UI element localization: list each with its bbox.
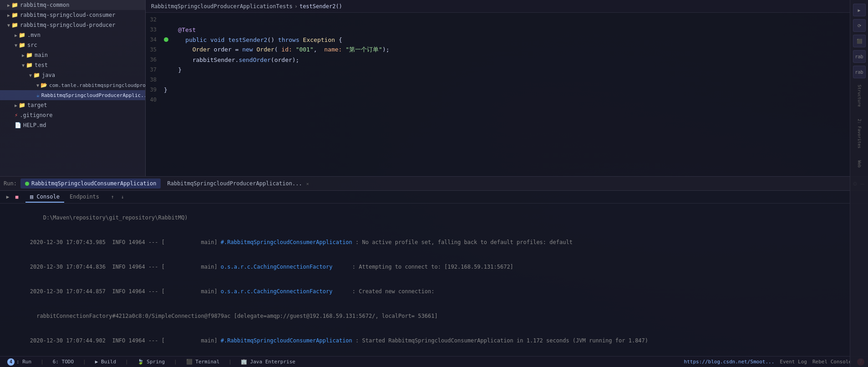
breadcrumb-separator: ›	[294, 3, 298, 10]
scroll-up-btn[interactable]: ↑	[108, 193, 117, 201]
tab-green-dot	[25, 182, 29, 186]
sidebar-item-label: rabbitmq-springcloud-producer	[20, 22, 116, 28]
right-btn-1[interactable]: ▶	[853, 4, 866, 16]
sidebar-item-helpmd[interactable]: 📄 HELP.md	[0, 120, 145, 130]
run-status-number: 4	[7, 358, 15, 366]
sidebar-item-main[interactable]: ▶ 📁 main	[0, 50, 145, 60]
endpoints-tab-label: Endpoints	[70, 194, 99, 200]
sidebar-item-label: HELP.md	[23, 122, 46, 128]
sidebar-item-label: src	[27, 42, 37, 48]
file-tree: ▶ 📁 rabbitmq-common ▶ 📁 rabbitmq-springc…	[0, 0, 146, 176]
console-line-5: rabbitConnectionFactory#4212a0c8:0/Simpl…	[4, 304, 864, 328]
sidebar-item-package[interactable]: ▼ 📂 com.tanle.rabbitmqspringcloudproduce…	[0, 80, 145, 90]
code-line-35: 35 Order order = new Order( id: "001", n…	[146, 45, 868, 55]
sidebar-item-label: .gitignore	[20, 112, 52, 118]
expand-arrow: ▶	[15, 103, 17, 108]
breadcrumb-part2: testSender2()	[299, 3, 342, 10]
code-editor: RabbitmqSpringcloudProducerApplicationTe…	[146, 0, 868, 176]
sidebar-item-label: java	[42, 72, 55, 78]
console-tab-label: Console	[36, 194, 60, 200]
console-panel: ▶ ■ ▤ Console Endpoints ↑ ↓ D:\Maven\rep…	[0, 191, 868, 367]
expand-arrow: ▶	[7, 3, 10, 8]
scroll-down-btn[interactable]: ↓	[118, 193, 127, 201]
code-line-38: 38	[146, 75, 868, 85]
sidebar-item-label: .mvn	[27, 32, 41, 38]
md-icon: 📄	[15, 122, 21, 128]
folder-icon: 📁	[26, 52, 33, 58]
git-icon: ⚡	[15, 112, 18, 118]
expand-arrow: ▼	[7, 23, 10, 28]
expand-arrow: ▼	[36, 83, 39, 88]
terminal-label: ⬛ Terminal	[186, 359, 220, 365]
java-file-icon: ☕	[36, 92, 40, 98]
console-tab-endpoints[interactable]: Endpoints	[65, 192, 104, 203]
sidebar-item-src[interactable]: ▼ 📁 src	[0, 40, 145, 50]
sidebar-item-label: com.tanle.rabbitmqspringcloudproducer	[49, 82, 146, 88]
enterprise-btn[interactable]: 🏢 Java Enterprise	[237, 358, 299, 366]
sidebar-item-target[interactable]: ▶ 📁 target	[0, 100, 145, 110]
run-tab-consumer[interactable]: RabbitmqSpringcloudConsumerApplication	[20, 178, 161, 189]
expand-arrow: ▼	[15, 43, 17, 48]
status-right: https://blog.csdn.net/Smoot... Event Log…	[684, 358, 864, 366]
terminal-btn[interactable]: ⬛ Terminal	[183, 358, 223, 366]
folder-icon: 📁	[19, 102, 25, 108]
folder-icon: 📁	[11, 2, 18, 8]
console-stop-btn[interactable]: ■	[13, 193, 21, 201]
sidebar-item-rabbitmq-common[interactable]: ▶ 📁 rabbitmq-common	[0, 0, 145, 10]
console-icon: ▤	[30, 194, 36, 200]
folder-icon: 📁	[11, 22, 18, 28]
sidebar-item-label: rabbitmq-common	[20, 2, 69, 8]
right-btn-3[interactable]: ⬛	[853, 35, 866, 47]
console-line-6: 2020-12-30 17:07:44.902 INFO 14964 --- […	[4, 328, 864, 353]
sidebar-item-mvn[interactable]: ▶ 📁 .mvn	[0, 30, 145, 40]
right-btn-2[interactable]: ⟳	[853, 19, 866, 32]
sidebar-item-label: test	[35, 62, 48, 68]
run-status-label: : Run	[16, 359, 31, 365]
right-section-label: Structure	[857, 85, 862, 107]
rebel-console-label[interactable]: Rebel Console	[812, 359, 852, 365]
spring-label: 🍃 Spring	[137, 359, 165, 365]
sidebar-item-producer[interactable]: ▼ 📁 rabbitmq-springcloud-producer	[0, 20, 145, 30]
tab-close-icon[interactable]: ✕	[306, 181, 309, 186]
code-line-33: 33 @Test	[146, 25, 868, 35]
sidebar-item-gitignore[interactable]: ⚡ .gitignore	[0, 110, 145, 120]
run-tab-producer[interactable]: RabbitmqSpringcloudProducerApplication..…	[162, 178, 313, 189]
code-line-36: 36 rabbitSender.sendOrder(order);	[146, 55, 868, 65]
sidebar-item-main-class[interactable]: ☕ RabbitmqSpringcloudProducerApplic...	[0, 90, 145, 100]
todo-btn[interactable]: 6: TODO	[49, 358, 77, 366]
console-line-2: 2020-12-30 17:07:43.985 INFO 14964 --- […	[4, 230, 864, 255]
right-btn-5[interactable]: rab	[853, 66, 866, 78]
expand-arrow: ▶	[7, 13, 10, 18]
console-line-3: 2020-12-30 17:07:44.836 INFO 14964 --- […	[4, 255, 864, 279]
console-output[interactable]: D:\Maven\repository\git_repository\Rabbi…	[0, 204, 868, 367]
console-action-btn-1[interactable]: ▶	[4, 193, 12, 201]
code-line-32: 32	[146, 15, 868, 25]
expand-arrow: ▼	[22, 63, 25, 68]
right-btn-4[interactable]: rab	[853, 50, 866, 63]
run-toolbar: Run: RabbitmqSpringcloudConsumerApplicat…	[0, 176, 868, 191]
sidebar-item-test[interactable]: ▼ 📁 test	[0, 60, 145, 70]
todo-label: 6: TODO	[53, 359, 74, 365]
build-label: ▶ Build	[95, 359, 116, 365]
console-tab-console[interactable]: ▤ Console	[25, 192, 64, 203]
spring-btn[interactable]: 🍃 Spring	[134, 358, 168, 366]
run-gutter-icon[interactable]	[164, 37, 168, 42]
console-tabs: ▶ ■ ▤ Console Endpoints ↑ ↓	[0, 191, 868, 204]
sidebar-item-label: main	[35, 52, 48, 58]
event-log-label[interactable]: Event Log	[780, 359, 807, 365]
run-status-btn[interactable]: 4 : Run	[4, 357, 35, 367]
status-url[interactable]: https://blog.csdn.net/Smoot...	[684, 359, 775, 365]
sidebar-item-java[interactable]: ▼ 📁 java	[0, 70, 145, 80]
breadcrumb: RabbitmqSpringcloudProducerApplicationTe…	[146, 0, 868, 13]
console-line-4: 2020-12-30 17:07:44.857 INFO 14964 --- […	[4, 279, 864, 304]
sidebar-item-label: target	[27, 102, 47, 108]
code-line-34: 34 public void testSender2() throws Exce…	[146, 35, 868, 45]
sidebar-item-consumer[interactable]: ▶ 📁 rabbitmq-springcloud-consumer	[0, 10, 145, 20]
expand-arrow: ▼	[29, 73, 32, 78]
code-content: 32 33 @Test 34 public void testSender2()…	[146, 13, 868, 176]
code-line-37: 37 }	[146, 65, 868, 75]
folder-icon: 📁	[11, 12, 18, 18]
build-btn[interactable]: ▶ Build	[91, 358, 120, 366]
folder-icon: 📁	[26, 62, 33, 68]
code-line-40: 40	[146, 95, 868, 105]
